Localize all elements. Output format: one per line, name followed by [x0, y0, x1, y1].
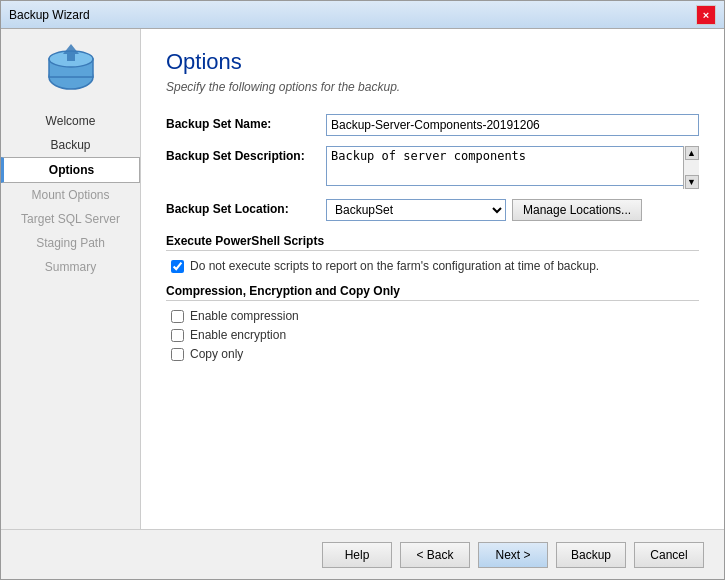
encryption-label: Enable encryption — [190, 328, 286, 342]
sidebar-item-welcome[interactable]: Welcome — [1, 109, 140, 133]
backup-set-location-row: Backup Set Location: BackupSet Manage Lo… — [166, 199, 699, 221]
encryption-checkbox[interactable] — [171, 329, 184, 342]
copy-only-label: Copy only — [190, 347, 243, 361]
backup-set-name-field — [326, 114, 699, 136]
powershell-section-divider: Execute PowerShell Scripts — [166, 233, 699, 251]
compression-checkbox[interactable] — [171, 310, 184, 323]
textarea-wrapper: ▲ ▼ — [326, 146, 699, 189]
backup-set-location-label: Backup Set Location: — [166, 199, 326, 216]
copy-only-checkbox-row: Copy only — [166, 347, 699, 361]
scrollbar[interactable]: ▲ ▼ — [683, 146, 699, 189]
backup-set-name-input[interactable] — [326, 114, 699, 136]
backup-set-desc-textarea[interactable] — [326, 146, 699, 186]
compression-section-title: Compression, Encryption and Copy Only — [166, 284, 400, 298]
scroll-down-btn[interactable]: ▼ — [685, 175, 699, 189]
powershell-section-title: Execute PowerShell Scripts — [166, 234, 324, 248]
close-button[interactable]: × — [696, 5, 716, 25]
main-content: Welcome Backup Options Mount Options Tar… — [1, 29, 724, 529]
page-subtitle: Specify the following options for the ba… — [166, 80, 699, 94]
backup-set-desc-row: Backup Set Description: ▲ ▼ — [166, 146, 699, 189]
sidebar-item-target-sql: Target SQL Server — [1, 207, 140, 231]
manage-locations-button[interactable]: Manage Locations... — [512, 199, 642, 221]
sidebar-item-staging-path: Staging Path — [1, 231, 140, 255]
page-title: Options — [166, 49, 699, 75]
sidebar-item-mount-options: Mount Options — [1, 183, 140, 207]
powershell-checkbox[interactable] — [171, 260, 184, 273]
footer: Help < Back Next > Backup Cancel — [1, 529, 724, 579]
backup-set-desc-label: Backup Set Description: — [166, 146, 326, 163]
backup-set-name-label: Backup Set Name: — [166, 114, 326, 131]
backup-set-name-row: Backup Set Name: — [166, 114, 699, 136]
encryption-checkbox-row: Enable encryption — [166, 328, 699, 342]
compression-checkbox-row: Enable compression — [166, 309, 699, 323]
wizard-icon — [41, 39, 101, 94]
backup-button[interactable]: Backup — [556, 542, 626, 568]
window-title: Backup Wizard — [9, 8, 90, 22]
help-button[interactable]: Help — [322, 542, 392, 568]
sidebar-item-options[interactable]: Options — [1, 157, 140, 183]
back-button[interactable]: < Back — [400, 542, 470, 568]
compression-label: Enable compression — [190, 309, 299, 323]
location-row: BackupSet Manage Locations... — [326, 199, 699, 221]
sidebar-item-summary: Summary — [1, 255, 140, 279]
backup-set-desc-field: ▲ ▼ — [326, 146, 699, 189]
copy-only-checkbox[interactable] — [171, 348, 184, 361]
close-icon: × — [703, 9, 709, 21]
backup-wizard-window: Backup Wizard × Welcome — [0, 0, 725, 580]
backup-set-location-field: BackupSet Manage Locations... — [326, 199, 699, 221]
title-bar: Backup Wizard × — [1, 1, 724, 29]
sidebar: Welcome Backup Options Mount Options Tar… — [1, 29, 141, 529]
compression-section-divider: Compression, Encryption and Copy Only — [166, 283, 699, 301]
powershell-note: Do not execute scripts to report on the … — [190, 259, 599, 273]
sidebar-item-backup[interactable]: Backup — [1, 133, 140, 157]
backup-set-location-select[interactable]: BackupSet — [326, 199, 506, 221]
next-button[interactable]: Next > — [478, 542, 548, 568]
content-area: Options Specify the following options fo… — [141, 29, 724, 529]
cancel-button[interactable]: Cancel — [634, 542, 704, 568]
sidebar-navigation: Welcome Backup Options Mount Options Tar… — [1, 109, 140, 279]
powershell-checkbox-row: Do not execute scripts to report on the … — [166, 259, 699, 273]
scroll-up-btn[interactable]: ▲ — [685, 146, 699, 160]
